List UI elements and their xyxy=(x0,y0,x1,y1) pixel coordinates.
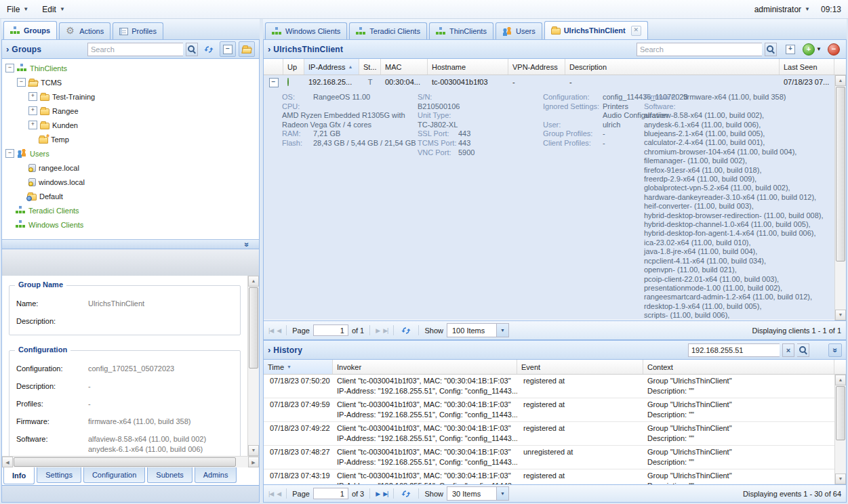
history-row[interactable]: 07/18/23 07:43:19Client "tc-0030041b1f03… xyxy=(264,469,834,484)
tree-node-kunden[interactable]: +Kunden xyxy=(2,118,259,132)
search-icon[interactable] xyxy=(797,343,809,357)
double-chevron-down-icon[interactable]: » xyxy=(243,242,252,247)
clear-search-button[interactable]: × xyxy=(782,343,794,357)
scrollbar-thumb[interactable] xyxy=(836,87,845,261)
expand-all-button[interactable]: + xyxy=(782,41,799,57)
menu-edit[interactable]: Edit ▼ xyxy=(42,5,65,14)
remove-client-button[interactable]: − xyxy=(826,41,842,57)
tree-expander-minus[interactable]: − xyxy=(5,64,14,72)
column-mac[interactable]: MAC xyxy=(381,59,428,75)
page-number-input[interactable] xyxy=(313,488,348,499)
tree-node-rangee-local[interactable]: rangee.local xyxy=(2,161,259,175)
menu-file[interactable]: File ▼ xyxy=(7,5,28,14)
splitter-bar[interactable]: » xyxy=(2,239,259,249)
column-last-seen[interactable]: Last Seen xyxy=(780,59,834,75)
page-first-button[interactable]: |◀ xyxy=(268,327,273,335)
tree-node-temp[interactable]: Temp xyxy=(2,132,259,146)
page-size-select[interactable]: 100 Items ▼ xyxy=(447,323,509,337)
tab-thinclients[interactable]: ThinClients xyxy=(429,22,493,39)
tree-node-rangee[interactable]: +Rangee xyxy=(2,104,259,118)
history-row[interactable]: 07/18/23 07:50:20Client "tc-0030041b1f03… xyxy=(264,375,834,398)
scroll-down-button[interactable]: ▼ xyxy=(248,445,259,456)
user-menu[interactable]: administrator ▼ xyxy=(754,5,810,14)
close-icon[interactable]: ✕ xyxy=(631,26,641,36)
tab-configuration[interactable]: Configuration xyxy=(83,467,145,483)
groups-search-input[interactable] xyxy=(87,43,183,56)
tab-info[interactable]: Info xyxy=(3,467,35,484)
refresh-button[interactable] xyxy=(399,324,413,337)
scroll-up-button[interactable]: ▲ xyxy=(835,375,846,385)
column-time[interactable]: Time▼ xyxy=(264,360,333,374)
tree-expander-plus[interactable]: + xyxy=(28,121,37,129)
column-up[interactable]: Up xyxy=(283,59,304,75)
tab-windows-clients[interactable]: Windows Clients xyxy=(265,22,347,39)
clients-search-input[interactable] xyxy=(637,43,762,56)
tab-groups[interactable]: Groups xyxy=(3,21,57,39)
page-number-input[interactable] xyxy=(313,324,348,336)
page-first-button[interactable]: |◀ xyxy=(268,490,273,498)
scroll-right-button[interactable]: ▶ xyxy=(248,457,259,467)
collapse-all-button[interactable]: − xyxy=(220,41,236,57)
tab-teradici-clients[interactable]: Teradici Clients xyxy=(349,22,427,39)
scrollbar-thumb[interactable] xyxy=(14,457,236,467)
column-hostname[interactable]: Hostname xyxy=(428,59,508,75)
history-row[interactable]: 07/18/23 07:49:22Client "tc-0030041b1f03… xyxy=(264,422,834,446)
search-icon[interactable] xyxy=(186,43,198,56)
column-description[interactable]: Description xyxy=(565,59,780,75)
tree-node-windows-clients[interactable]: Windows Clients xyxy=(2,217,259,232)
tab-users[interactable]: Users xyxy=(496,22,542,39)
scroll-down-button[interactable]: ▼ xyxy=(835,310,846,320)
scroll-down-button[interactable]: ▼ xyxy=(835,474,846,484)
page-last-button[interactable]: ▶| xyxy=(383,327,388,335)
scroll-left-button[interactable]: ◀ xyxy=(2,457,13,467)
tree-node-thinclients[interactable]: −ThinClients xyxy=(2,61,259,75)
page-prev-button[interactable]: ◀ xyxy=(277,490,281,498)
page-next-button[interactable]: ▶ xyxy=(376,327,380,335)
scrollbar-thumb[interactable] xyxy=(249,287,258,369)
column-status[interactable]: St... xyxy=(359,59,381,75)
tree-node-teradici-clients[interactable]: Teradici Clients xyxy=(2,203,259,217)
client-row[interactable]: − 192.168.25... T 00:30:04... tc-0030041… xyxy=(264,75,846,89)
tree-expander-minus[interactable]: − xyxy=(17,78,26,87)
tree-expander-minus[interactable]: − xyxy=(5,149,14,158)
tree-node-users[interactable]: −Users xyxy=(2,146,259,161)
scroll-up-button[interactable]: ▲ xyxy=(248,276,259,287)
page-next-button[interactable]: ▶ xyxy=(376,490,380,498)
history-row[interactable]: 07/18/23 07:49:59Client "tc-0030041b1f03… xyxy=(264,398,834,422)
tab-settings[interactable]: Settings xyxy=(37,467,81,483)
column-vpn-address[interactable]: VPN-Address xyxy=(508,59,565,75)
column-ip-address[interactable]: IP-Address▲ xyxy=(304,59,359,75)
tree-node-test-training[interactable]: +Test-Training xyxy=(2,89,259,104)
refresh-button[interactable] xyxy=(201,41,217,57)
tree-node-default[interactable]: Default xyxy=(2,189,259,203)
column-event[interactable]: Event xyxy=(517,360,643,374)
clients-vertical-scrollbar[interactable]: ▲ ▼ xyxy=(834,75,846,320)
scrollbar-thumb[interactable] xyxy=(836,386,845,440)
history-search-input[interactable] xyxy=(688,343,780,357)
tab-subnets[interactable]: Subnets xyxy=(147,467,192,483)
scroll-up-button[interactable]: ▲ xyxy=(835,75,846,86)
page-last-button[interactable]: ▶| xyxy=(383,490,388,498)
form-vertical-scrollbar[interactable]: ▲ ▼ xyxy=(247,276,259,456)
tab-ulrichsthinclient[interactable]: UlrichsThinClient ✕ xyxy=(544,21,648,39)
history-vertical-scrollbar[interactable]: ▲ ▼ xyxy=(834,375,846,484)
row-collapse-icon[interactable]: − xyxy=(269,78,279,87)
add-client-button[interactable]: + ▼ xyxy=(801,41,823,57)
tree-node-windows-local[interactable]: windows.local xyxy=(2,175,259,189)
tree-expander-plus[interactable]: + xyxy=(28,92,37,101)
column-invoker[interactable]: Invoker xyxy=(333,360,517,374)
history-row[interactable]: 07/18/23 07:48:27Client "tc-0030041b1f03… xyxy=(264,446,834,469)
page-prev-button[interactable]: ◀ xyxy=(277,327,281,335)
search-icon[interactable] xyxy=(765,43,777,56)
tab-profiles[interactable]: Profiles xyxy=(113,22,163,39)
form-horizontal-scrollbar[interactable]: ◀ ▶ xyxy=(2,456,259,467)
tab-admins[interactable]: Admins xyxy=(195,467,237,483)
page-size-select[interactable]: 30 Items ▼ xyxy=(447,486,509,501)
tab-actions[interactable]: Actions xyxy=(59,22,110,39)
column-context[interactable]: Context xyxy=(643,360,834,374)
tree-node-tcms[interactable]: −TCMS xyxy=(2,75,259,89)
tree-expander-plus[interactable]: + xyxy=(28,106,37,115)
refresh-button[interactable] xyxy=(399,487,413,501)
collapse-panel-button[interactable]: » xyxy=(828,343,842,357)
expand-folder-button[interactable] xyxy=(239,41,255,57)
